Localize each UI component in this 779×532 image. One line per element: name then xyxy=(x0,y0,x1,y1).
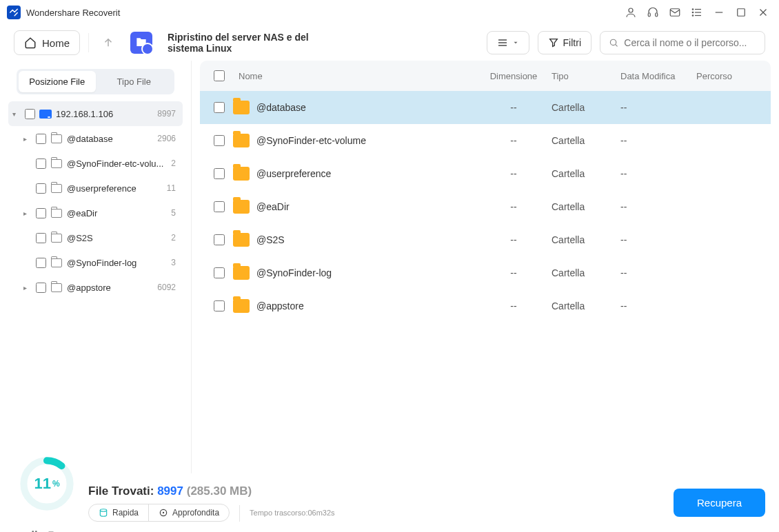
table-row[interactable]: @SynoFinder-log--Cartella-- xyxy=(200,256,771,289)
row-date: -- xyxy=(620,201,696,212)
folder-icon xyxy=(50,207,63,219)
tree-item-label: @SynoFinder-log xyxy=(67,258,167,268)
chevron-down-icon xyxy=(512,39,519,46)
tree-item-count: 3 xyxy=(171,258,176,267)
tree-item-label: @database xyxy=(67,134,153,144)
up-button[interactable] xyxy=(97,32,119,54)
folder-icon xyxy=(50,281,63,294)
target-icon xyxy=(159,508,168,518)
row-date: -- xyxy=(620,102,696,113)
col-name[interactable]: Nome xyxy=(233,71,476,81)
table-row[interactable]: @database--Cartella-- xyxy=(200,91,771,124)
chevron-icon[interactable]: ▸ xyxy=(23,135,32,143)
found-count: 8997 xyxy=(157,484,183,498)
headset-icon[interactable] xyxy=(647,6,659,19)
tab-file-position[interactable]: Posizione File xyxy=(19,71,96,92)
folder-icon xyxy=(233,200,250,214)
found-info: File Trovati: 8997 (285.30 MB) Rapida Ap… xyxy=(88,484,335,522)
recover-button[interactable]: Recupera xyxy=(674,489,765,517)
row-checkbox[interactable] xyxy=(214,168,225,179)
tree-item-checkbox[interactable] xyxy=(36,183,46,194)
table-row[interactable]: @SynoFinder-etc-volume--Cartella-- xyxy=(200,124,771,157)
col-type[interactable]: Tipo xyxy=(552,71,620,81)
tree-item[interactable]: ▸@eaDir5 xyxy=(8,201,183,225)
table-row[interactable]: @S2S--Cartella-- xyxy=(200,223,771,256)
tab-file-type[interactable]: Tipo File xyxy=(96,71,173,92)
tree-item[interactable]: ▸@appstore6092 xyxy=(8,275,183,300)
row-date: -- xyxy=(620,300,696,311)
stop-button[interactable] xyxy=(46,529,56,533)
tree-root-checkbox[interactable] xyxy=(25,109,35,119)
tree-item-checkbox[interactable] xyxy=(36,233,46,243)
tree-root[interactable]: ▾ 192.168.1.106 8997 xyxy=(8,101,183,126)
list-icon[interactable] xyxy=(691,6,703,19)
close-icon[interactable] xyxy=(757,6,769,19)
tree-item-checkbox[interactable] xyxy=(36,258,46,268)
filter-icon xyxy=(548,37,559,48)
row-name: @SynoFinder-etc-volume xyxy=(256,135,366,146)
tree-root-count: 8997 xyxy=(157,109,176,119)
chevron-down-icon[interactable]: ▾ xyxy=(12,110,21,118)
tree-item-checkbox[interactable] xyxy=(36,283,46,293)
row-type: Cartella xyxy=(552,102,620,113)
table-header: Nome Dimensione Tipo Data Modifica Perco… xyxy=(200,61,771,91)
tree-item-label: @eaDir xyxy=(67,208,167,218)
tree-item[interactable]: @S2S2 xyxy=(8,225,183,250)
found-label: File Trovati: xyxy=(88,484,154,498)
tree-item-label: @userpreference xyxy=(67,183,163,194)
tree-root-label: 192.168.1.106 xyxy=(56,109,153,119)
file-tree: ▾ 192.168.1.106 8997 ▸@database2906@Syno… xyxy=(8,101,183,468)
row-checkbox[interactable] xyxy=(214,267,225,278)
mode-fast[interactable]: Rapida xyxy=(89,504,148,521)
row-checkbox[interactable] xyxy=(214,102,225,113)
row-date: -- xyxy=(620,234,696,245)
maximize-icon[interactable] xyxy=(735,6,747,19)
folder-icon xyxy=(233,134,250,147)
row-type: Cartella xyxy=(552,168,620,179)
pause-button[interactable] xyxy=(30,529,39,533)
tree-item[interactable]: @SynoFinder-etc-volu...2 xyxy=(8,151,183,176)
table-row[interactable]: @userpreference--Cartella-- xyxy=(200,157,771,190)
row-name: @S2S xyxy=(256,234,285,245)
row-checkbox[interactable] xyxy=(214,201,225,212)
disk-icon xyxy=(39,108,52,120)
home-button[interactable]: Home xyxy=(14,30,80,55)
svg-rect-1 xyxy=(648,13,650,17)
svg-line-18 xyxy=(616,44,618,46)
row-checkbox[interactable] xyxy=(214,300,225,311)
col-dimension[interactable]: Dimensione xyxy=(476,71,552,81)
svg-point-17 xyxy=(610,39,616,45)
table-row[interactable]: @appstore--Cartella-- xyxy=(200,289,771,323)
view-mode-button[interactable] xyxy=(487,31,529,54)
minimize-icon[interactable] xyxy=(713,6,725,19)
select-all-checkbox[interactable] xyxy=(214,70,225,81)
row-checkbox[interactable] xyxy=(214,135,225,146)
chevron-icon[interactable]: ▸ xyxy=(23,209,32,217)
table-row[interactable]: @eaDir--Cartella-- xyxy=(200,190,771,223)
search-box[interactable] xyxy=(600,31,765,54)
row-checkbox[interactable] xyxy=(214,234,225,245)
col-path[interactable]: Percorso xyxy=(696,71,765,81)
row-type: Cartella xyxy=(552,300,620,311)
svg-rect-3 xyxy=(670,9,680,17)
tree-item-count: 5 xyxy=(171,208,176,218)
svg-point-0 xyxy=(629,8,633,12)
tree-item[interactable]: @SynoFinder-log3 xyxy=(8,250,183,275)
search-input[interactable] xyxy=(624,37,756,48)
tree-item-checkbox[interactable] xyxy=(36,134,46,144)
tree-item-count: 2906 xyxy=(157,134,176,143)
tree-item-checkbox[interactable] xyxy=(36,158,46,169)
tree-item[interactable]: @userpreference11 xyxy=(8,176,183,201)
folder-icon xyxy=(50,232,63,244)
mode-deep[interactable]: Approfondita xyxy=(148,504,229,521)
user-icon[interactable] xyxy=(625,6,637,19)
chevron-icon[interactable]: ▸ xyxy=(23,284,32,291)
filter-button[interactable]: Filtri xyxy=(538,31,591,54)
row-name: @database xyxy=(256,102,306,113)
mail-icon[interactable] xyxy=(669,6,681,19)
tree-item[interactable]: ▸@database2906 xyxy=(8,126,183,151)
tree-item-checkbox[interactable] xyxy=(36,208,46,218)
found-size: (285.30 MB) xyxy=(187,484,252,498)
col-date[interactable]: Data Modifica xyxy=(620,71,696,81)
filter-label: Filtri xyxy=(563,37,581,48)
